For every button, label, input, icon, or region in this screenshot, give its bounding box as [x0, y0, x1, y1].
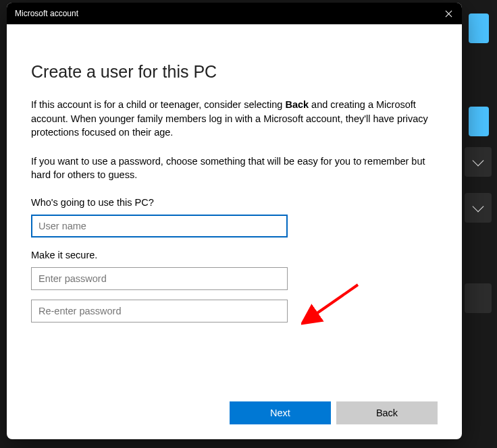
username-input[interactable] [31, 215, 288, 237]
next-button[interactable]: Next [230, 401, 331, 424]
para1-bold: Back [285, 99, 309, 110]
chevron-down-icon [473, 201, 484, 213]
password-label: Make it secure. [31, 250, 438, 260]
chevron-down-icon [473, 155, 484, 167]
back-button[interactable]: Back [336, 401, 438, 424]
username-label: Who's going to use this PC? [31, 197, 438, 208]
titlebar: Microsoft account [7, 3, 462, 24]
bg-tile-1[interactable] [465, 147, 492, 177]
bg-tile-2[interactable] [465, 193, 492, 223]
bg-tile-accent-1 [469, 13, 489, 43]
dialog-footer: Next Back [230, 401, 438, 424]
account-dialog: Microsoft account Create a user for this… [7, 3, 462, 439]
close-icon [445, 10, 452, 18]
page-title: Create a user for this PC [31, 62, 438, 82]
bg-tile-3 [465, 283, 492, 313]
svg-line-1 [313, 285, 358, 316]
annotation-arrow [301, 281, 369, 335]
password-input[interactable] [31, 267, 288, 290]
dialog-content: Create a user for this PC If this accoun… [7, 24, 462, 439]
para1-pre: If this account is for a child or teenag… [31, 99, 285, 110]
window-title: Microsoft account [15, 9, 78, 18]
password-confirm-input[interactable] [31, 300, 288, 323]
intro-paragraph-1: If this account is for a child or teenag… [31, 98, 438, 140]
bg-tile-accent-2 [469, 107, 489, 136]
close-button[interactable] [435, 3, 462, 24]
intro-paragraph-2: If you want to use a password, choose so… [31, 155, 438, 182]
